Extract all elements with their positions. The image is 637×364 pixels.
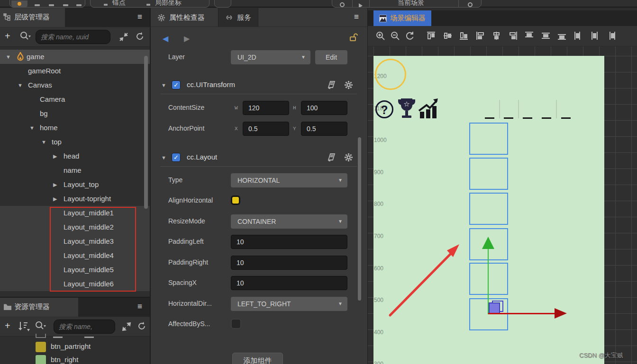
- layout-middle-box-3[interactable]: [469, 193, 508, 225]
- unlock-icon[interactable]: [349, 33, 358, 42]
- nav-back-icon[interactable]: ◀: [163, 34, 168, 43]
- component-collapse-arrow[interactable]: ▼: [161, 155, 166, 160]
- dropdown-select[interactable]: LEFT_TO_RIGHT▼: [231, 297, 347, 311]
- tree-node-Layout_middle6[interactable]: Layout_middle6: [0, 277, 150, 291]
- tab-scene-editor[interactable]: 场景编辑器: [373, 10, 431, 26]
- grid-toggle-button[interactable]: [214, 0, 231, 8]
- collapse-arrow-icon[interactable]: ▼: [6, 54, 11, 60]
- dropdown-select[interactable]: UI_2D▼: [231, 50, 310, 64]
- collapse-arrow-icon[interactable]: ▼: [18, 82, 23, 88]
- hierarchy-search-input[interactable]: [36, 30, 110, 44]
- align-middle-icon[interactable]: [443, 31, 453, 41]
- number-input[interactable]: 10: [231, 235, 347, 249]
- expand-all-icon[interactable]: [121, 321, 132, 332]
- distribute-left-icon[interactable]: [573, 31, 584, 41]
- gizmo-tool-icon[interactable]: [76, 4, 82, 6]
- number-input[interactable]: 100: [301, 101, 347, 115]
- panel-divider-h[interactable]: [0, 297, 150, 298]
- tree-node-gameRoot[interactable]: gameRoot: [0, 64, 150, 78]
- distribute-bottom-icon[interactable]: [557, 31, 567, 41]
- gizmo-x-axis[interactable]: [488, 313, 555, 314]
- align-center-icon[interactable]: [491, 31, 502, 41]
- tree-node-name[interactable]: name: [0, 163, 150, 178]
- assets-search-filter-icon[interactable]: [34, 320, 46, 332]
- distribute-middle-icon[interactable]: [541, 31, 551, 41]
- preview-target-label[interactable]: 当前场景: [398, 0, 424, 7]
- assets-search-input[interactable]: [54, 320, 115, 333]
- number-input[interactable]: 0.5: [301, 122, 347, 136]
- collapse-arrow-icon[interactable]: ▼: [41, 139, 46, 145]
- coords-toggle-label[interactable]: 局部坐标: [155, 0, 182, 7]
- anchor-toggle-icon[interactable]: [104, 4, 108, 6]
- dropdown-select[interactable]: CONTAINER▼: [231, 214, 347, 229]
- tree-node-home[interactable]: ▼home: [0, 121, 150, 135]
- rotate-tool-icon[interactable]: [35, 4, 40, 6]
- scale-tool-icon[interactable]: [49, 4, 54, 6]
- align-left-icon[interactable]: [475, 31, 486, 41]
- expand-arrow-icon[interactable]: ▶: [53, 182, 57, 188]
- add-component-button[interactable]: 添加组件: [232, 353, 283, 364]
- inspector-menu-button[interactable]: ≡: [354, 12, 359, 22]
- move-tool-button[interactable]: [11, 0, 27, 7]
- component-help-book-icon[interactable]: [327, 153, 337, 161]
- layer-edit-button[interactable]: Edit: [315, 50, 347, 64]
- anchor-toggle-label[interactable]: 锚点: [112, 0, 126, 7]
- component-help-book-icon[interactable]: [327, 80, 337, 89]
- collapse-arrow-icon[interactable]: ▼: [29, 125, 35, 131]
- tree-node-Layout_middle1[interactable]: Layout_middle1: [0, 206, 150, 220]
- component-enabled-checkbox[interactable]: ✓: [172, 80, 181, 89]
- sort-icon[interactable]: [18, 321, 30, 332]
- component-settings-gear-icon[interactable]: [344, 80, 353, 89]
- component-collapse-arrow[interactable]: ▼: [161, 82, 166, 88]
- asset-item-btn_right[interactable]: btn_right: [0, 354, 150, 364]
- asset-item-btn_partright[interactable]: btn_partright: [0, 340, 150, 354]
- align-horizontal-checkbox[interactable]: [231, 195, 240, 205]
- distribute-right-icon[interactable]: [606, 31, 617, 41]
- help-button-node[interactable]: ?: [375, 100, 393, 118]
- refresh-icon[interactable]: [135, 31, 145, 42]
- create-node-button[interactable]: +: [5, 29, 10, 43]
- align-right-icon[interactable]: [508, 31, 519, 41]
- component-settings-gear-icon[interactable]: [344, 153, 353, 162]
- assets-refresh-icon[interactable]: [136, 321, 147, 331]
- inspector-scrollbar[interactable]: [358, 137, 361, 301]
- tree-node-Canvas[interactable]: ▼Canvas: [0, 78, 150, 92]
- hierarchy-menu-button[interactable]: ≡: [137, 12, 142, 22]
- coords-toggle-icon[interactable]: [146, 4, 150, 6]
- tab-service[interactable]: 服务: [218, 8, 258, 27]
- collapse-all-icon[interactable]: [118, 32, 129, 42]
- scene-viewport[interactable]: 120011001000900800700600500400300 ? ☆: [368, 46, 637, 364]
- create-asset-button[interactable]: +: [5, 319, 10, 332]
- trophy-icon[interactable]: ☆: [397, 98, 416, 120]
- dropdown-select[interactable]: HORIZONTAL▼: [231, 173, 347, 187]
- layout-middle-box-1[interactable]: [469, 123, 508, 155]
- nav-forward-icon[interactable]: ▶: [184, 34, 190, 43]
- preview-settings-icon[interactable]: [468, 2, 473, 7]
- tree-node-game[interactable]: ▼game: [0, 50, 150, 64]
- device-icon[interactable]: [340, 2, 345, 7]
- play-icon[interactable]: [359, 3, 363, 8]
- zoom-out-icon[interactable]: [390, 31, 400, 41]
- number-input[interactable]: 0.5: [243, 122, 289, 136]
- component-enabled-checkbox[interactable]: ✓: [172, 153, 181, 162]
- tree-node-Layout_middle5[interactable]: Layout_middle5: [0, 263, 150, 277]
- number-input[interactable]: 10: [231, 276, 347, 290]
- assets-menu-button[interactable]: ≡: [137, 302, 142, 311]
- layout-middle-box-5[interactable]: [469, 263, 508, 295]
- tree-node-Layout-topright[interactable]: ▶Layout-topright: [0, 192, 150, 206]
- tree-node-Camera[interactable]: Camera: [0, 92, 150, 107]
- distribute-top-icon[interactable]: [524, 31, 535, 41]
- gizmo-plane-handle[interactable]: [489, 302, 500, 314]
- tree-node-head[interactable]: ▶head: [0, 149, 150, 163]
- search-filter-icon[interactable]: [19, 30, 31, 43]
- reset-view-icon[interactable]: [405, 31, 415, 41]
- expand-arrow-icon[interactable]: ▶: [53, 196, 57, 202]
- number-input[interactable]: 10: [231, 256, 347, 270]
- yellow-circle-node[interactable]: [375, 59, 406, 90]
- align-bottom-icon[interactable]: [459, 31, 469, 41]
- layout-middle-box-2[interactable]: [469, 158, 508, 190]
- hierarchy-scrollbar[interactable]: [144, 56, 148, 209]
- tree-node-Layout_middle3[interactable]: Layout_middle3: [0, 234, 150, 249]
- tab-inspector[interactable]: 属性检查器: [151, 8, 211, 27]
- rect-tool-icon[interactable]: [63, 4, 68, 6]
